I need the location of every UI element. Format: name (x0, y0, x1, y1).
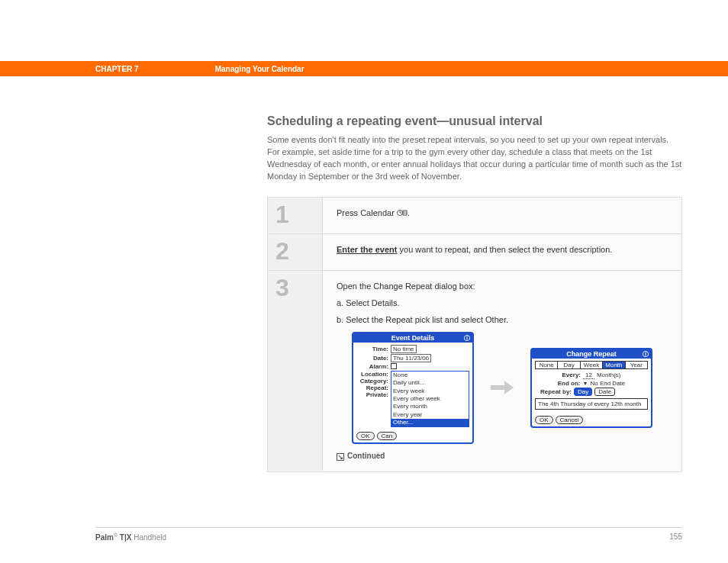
main-content: Scheduling a repeating event—unusual int… (267, 114, 682, 472)
location-label: Location: (356, 371, 388, 378)
interval-tabs: None Day Week Month Year (535, 361, 648, 369)
step3-sub-b: b. Select the Repeat pick list and selec… (337, 315, 668, 324)
continued-arrow-icon: ↘ (337, 453, 344, 461)
step3-intro: Open the Change Repeat dialog box: (337, 282, 668, 291)
step3-sub-a: a. Select Details. (337, 298, 668, 307)
footer-brand: Palm® T|X Handheld (95, 532, 166, 542)
step-body: Enter the event you want to repeat, and … (323, 234, 681, 270)
section-intro: Some events don't fit neatly into the pr… (267, 134, 682, 183)
endon-label: End on: (558, 380, 581, 387)
step-num-cell: 3 (268, 271, 323, 471)
picklist-option: Every year (391, 411, 469, 419)
every-value: 12 (583, 372, 594, 379)
step-num-cell: 1 (268, 198, 323, 233)
picklist-option: Daily until... (391, 379, 469, 387)
steps-container: 1 Press Calendar . 2 Enter the event you… (267, 197, 682, 472)
repeat-picklist: None Daily until... Every week Every oth… (391, 371, 469, 428)
alarm-checkbox (391, 363, 397, 369)
every-unit: Month(s) (597, 372, 621, 378)
alarm-label: Alarm: (356, 363, 388, 370)
dialog-title: Event Detailsⓘ (353, 333, 472, 343)
dialog-body: None Day Week Month Year Every: 12 Month… (532, 359, 651, 415)
date-label: Date: (356, 355, 388, 362)
page-number: 155 (669, 532, 682, 542)
screenshots-row: Event Detailsⓘ Time:No time Date:Thu 11/… (337, 332, 668, 445)
step-number: 1 (275, 202, 289, 227)
picklist-option: Every month (391, 403, 469, 410)
repeatby-date: Date (594, 388, 615, 396)
dialog-buttons: OK Can (353, 430, 472, 442)
step-body: Open the Change Repeat dialog box: a. Se… (323, 271, 681, 471)
page-footer: Palm® T|X Handheld 155 (95, 527, 682, 542)
time-value: No time (391, 345, 417, 353)
private-label: Private: (356, 391, 388, 398)
step-3: 3 Open the Change Repeat dialog box: a. … (268, 271, 681, 471)
step-num-cell: 2 (268, 234, 323, 270)
dialog-buttons: OK Cancel (532, 414, 651, 426)
picklist-option-selected: Other... (391, 419, 469, 426)
cancel-button: Can (377, 432, 398, 440)
change-repeat-dialog: Change Repeatⓘ None Day Week Month Year … (530, 348, 652, 429)
info-icon: ⓘ (464, 334, 470, 343)
repeatby-day: Day (574, 388, 592, 396)
dialog-title: Change Repeatⓘ (532, 349, 651, 359)
dialog-body: Time:No time Date:Thu 11/23/06 Alarm: Lo… (353, 343, 472, 431)
tab-month: Month (603, 362, 625, 368)
every-label: Every: (562, 372, 581, 378)
section-heading: Scheduling a repeating event—unusual int… (267, 114, 682, 128)
step2-text: you want to repeat, and then select the … (397, 245, 612, 254)
repeat-label: Repeat: (356, 384, 388, 391)
step-2: 2 Enter the event you want to repeat, an… (268, 234, 681, 271)
step-number: 2 (275, 239, 289, 263)
calendar-icon (397, 209, 407, 218)
picklist-option: Every week (391, 388, 469, 395)
step-number: 3 (275, 275, 289, 300)
category-label: Category: (356, 378, 388, 384)
continued-indicator: ↘Continued (337, 452, 668, 460)
tab-day: Day (558, 362, 580, 368)
dropdown-icon: ▼ (583, 381, 588, 386)
summary-message: The 4th Thursday of every 12th month (535, 398, 648, 410)
enter-event-link[interactable]: Enter the event (337, 245, 397, 254)
arrow-right-icon (489, 378, 515, 398)
cancel-button: Cancel (556, 416, 584, 424)
step-body: Press Calendar . (323, 198, 681, 233)
repeatby-label: Repeat by: (535, 388, 572, 395)
svg-rect-3 (403, 211, 407, 215)
step1-text-b: . (407, 208, 410, 217)
step-1: 1 Press Calendar . (268, 198, 681, 234)
ok-button: OK (535, 416, 553, 424)
time-label: Time: (356, 346, 388, 352)
picklist-option: None (391, 372, 469, 379)
chapter-label: CHAPTER 7 (95, 65, 139, 73)
tab-year: Year (626, 362, 647, 368)
date-value: Thu 11/23/06 (391, 354, 431, 362)
step1-text-a: Press Calendar (337, 208, 397, 217)
ok-button: OK (356, 432, 375, 440)
chapter-title: Managing Your Calendar (215, 65, 304, 73)
info-icon: ⓘ (643, 350, 649, 359)
tab-week: Week (581, 362, 603, 368)
event-details-dialog: Event Detailsⓘ Time:No time Date:Thu 11/… (352, 332, 474, 445)
tab-none: None (536, 362, 558, 368)
chapter-header: CHAPTER 7 Managing Your Calendar (0, 61, 728, 76)
picklist-option: Every other week (391, 395, 469, 403)
endon-value: No End Date (590, 380, 625, 387)
